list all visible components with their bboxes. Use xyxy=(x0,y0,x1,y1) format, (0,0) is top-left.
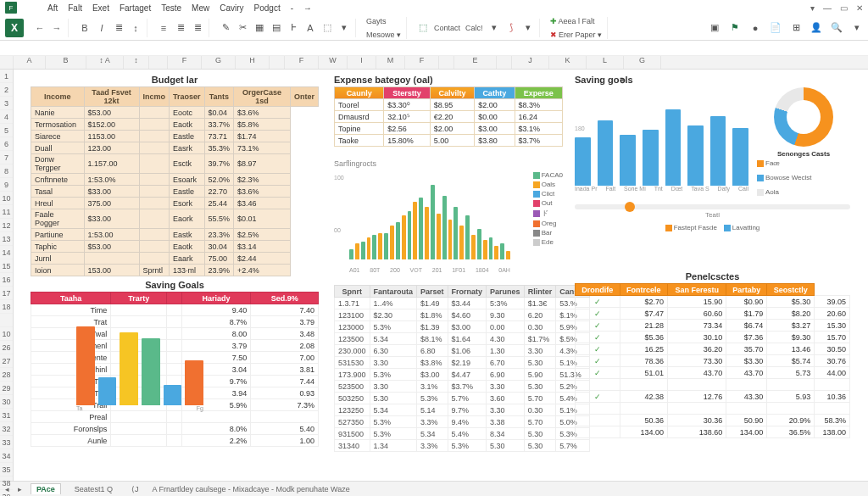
maximize-icon[interactable]: ▭ xyxy=(840,3,848,13)
column-header[interactable]: J xyxy=(512,56,549,69)
slider[interactable]: Teatl xyxy=(575,204,850,219)
page-icon[interactable]: 📄 xyxy=(770,22,782,34)
row-header[interactable]: 3 xyxy=(0,97,13,110)
pend-table[interactable]: DrondifeFontrceleSan FerestuPartabySeost… xyxy=(575,283,850,438)
column-header[interactable]: ↕ A xyxy=(86,56,124,69)
worksheet[interactable]: Budget lar IncomeTaad Fsvet 12ktIncmoTra… xyxy=(14,70,868,481)
column-header[interactable]: E xyxy=(454,56,497,69)
row-header[interactable]: 26 xyxy=(0,341,13,354)
grid-icon[interactable]: ⊞ xyxy=(790,22,802,34)
column-header[interactable]: A xyxy=(14,56,46,69)
menu-item[interactable]: Exet xyxy=(92,3,109,13)
formula-bar[interactable] xyxy=(0,41,868,56)
column-header[interactable] xyxy=(270,56,285,69)
row-header[interactable]: 7 xyxy=(0,151,13,164)
row-header[interactable]: 17 xyxy=(0,287,13,300)
forward-icon[interactable]: → xyxy=(51,22,63,34)
contact-icon[interactable]: ⬚ xyxy=(417,22,429,34)
column-header[interactable] xyxy=(439,56,454,69)
select-all-corner[interactable] xyxy=(0,56,14,69)
budget-table[interactable]: IncomeTaad Fsvet 12ktIncmoTraoserTantsOr… xyxy=(31,86,319,276)
chevron-down-icon[interactable]: ▾ xyxy=(851,22,863,34)
row-header[interactable]: 32 xyxy=(0,422,13,436)
column-header[interactable]: F xyxy=(405,56,439,69)
column-header[interactable]: F xyxy=(285,56,319,69)
sheet-tab[interactable]: ⟨J xyxy=(126,484,144,494)
close-icon[interactable]: ✕ xyxy=(856,3,863,13)
column-header[interactable]: W xyxy=(319,56,348,69)
minimize-icon[interactable]: — xyxy=(823,3,832,13)
view-icon[interactable]: ▣ xyxy=(709,22,721,34)
cut-icon[interactable]: ✂ xyxy=(236,22,248,34)
back-icon[interactable]: ← xyxy=(34,22,46,34)
column-header[interactable] xyxy=(497,56,512,69)
row-header[interactable]: 14 xyxy=(0,246,13,259)
chevron-down-icon[interactable]: ▾ xyxy=(522,22,534,34)
align-center-icon[interactable]: ≣ xyxy=(175,22,186,34)
menu-item[interactable]: Caviry xyxy=(220,3,243,13)
chevron-down-icon[interactable]: ▾ xyxy=(488,22,500,34)
row-header[interactable]: 2 xyxy=(0,83,13,97)
column-header[interactable]: G xyxy=(202,56,236,69)
tab-nav-icon[interactable]: ◂ xyxy=(5,485,9,493)
row-header[interactable]: 33 xyxy=(0,436,13,449)
row-header[interactable]: 29 xyxy=(0,382,13,395)
sheet-tab[interactable]: Seatest1 Q xyxy=(70,484,118,494)
column-header[interactable]: M xyxy=(376,56,405,69)
row-header[interactable]: 27 xyxy=(0,354,13,368)
menu-item[interactable]: Aft xyxy=(47,3,58,13)
ribbon-label[interactable]: Contact xyxy=(434,24,460,32)
pencil-icon[interactable]: ✎ xyxy=(220,22,231,34)
flag-icon[interactable]: ⚑ xyxy=(729,22,741,34)
row-header[interactable]: 8 xyxy=(0,164,13,178)
fill-icon[interactable]: ⬚ xyxy=(321,22,333,34)
column-header[interactable]: I xyxy=(348,56,376,69)
bold-icon[interactable]: B xyxy=(79,22,91,34)
align-left-icon[interactable]: ≡ xyxy=(158,22,170,34)
column-header[interactable]: G xyxy=(624,56,661,69)
column-header[interactable]: ↕ xyxy=(124,56,149,69)
dropdown-icon[interactable]: ▾ xyxy=(810,3,815,13)
row-header[interactable]: 10 xyxy=(0,327,13,341)
ribbon-label[interactable]: ✚ Aeea l Falt xyxy=(550,17,595,25)
sort-icon[interactable]: ↕ xyxy=(130,22,142,34)
italic-icon[interactable]: I xyxy=(96,22,108,34)
menu-item[interactable]: Teste xyxy=(161,3,181,13)
ribbon-label[interactable]: Mesowe ▾ xyxy=(366,31,401,39)
menu-item[interactable]: Fartaget xyxy=(120,3,151,13)
row-header[interactable]: 10 xyxy=(0,192,13,205)
column-header[interactable]: H xyxy=(236,56,270,69)
borders-icon[interactable]: ▤ xyxy=(270,22,282,34)
column-header[interactable]: L xyxy=(587,56,624,69)
align-right-icon[interactable]: ≣ xyxy=(192,22,203,34)
menu-icon[interactable]: ≣ xyxy=(113,22,125,34)
textcolor-icon[interactable]: A xyxy=(304,22,316,34)
app-button[interactable]: X xyxy=(5,19,24,37)
row-header[interactable]: 28 xyxy=(0,368,13,382)
row-header[interactable]: 31 xyxy=(0,409,13,422)
expense-table[interactable]: CaunlyStersttyCalviltyCathtyExperse Toor… xyxy=(334,86,563,147)
column-header[interactable]: B xyxy=(46,56,86,69)
dot-icon[interactable]: ● xyxy=(749,22,761,34)
column-header[interactable]: F xyxy=(168,56,202,69)
row-header[interactable]: 11 xyxy=(0,205,13,219)
row-header[interactable]: 30 xyxy=(0,395,13,409)
row-header[interactable] xyxy=(0,314,13,327)
row-header[interactable]: 15 xyxy=(0,259,13,273)
user-icon[interactable]: 👤 xyxy=(810,22,822,34)
brush-icon[interactable]: ⟆ xyxy=(505,22,517,34)
menu-item[interactable]: Falt xyxy=(68,3,82,13)
menu-item[interactable]: Podgct xyxy=(254,3,281,13)
dense-table[interactable]: SpnrtFantaroutaParsetFrornatyParunesRlin… xyxy=(334,285,590,452)
tab-nav-icon[interactable]: ▸ xyxy=(18,485,22,493)
row-header[interactable]: 1 xyxy=(0,70,13,83)
chevron-down-icon[interactable]: ▾ xyxy=(338,22,350,34)
row-header[interactable]: 34 xyxy=(0,449,13,463)
row-header[interactable]: 35 xyxy=(0,463,13,476)
menu-item[interactable]: Mew xyxy=(192,3,209,13)
row-header[interactable]: 9 xyxy=(0,178,13,192)
row-header[interactable]: 13 xyxy=(0,232,13,246)
row-header[interactable]: 12 xyxy=(0,219,13,232)
column-header[interactable] xyxy=(149,56,168,69)
row-header[interactable]: 6 xyxy=(0,137,13,151)
